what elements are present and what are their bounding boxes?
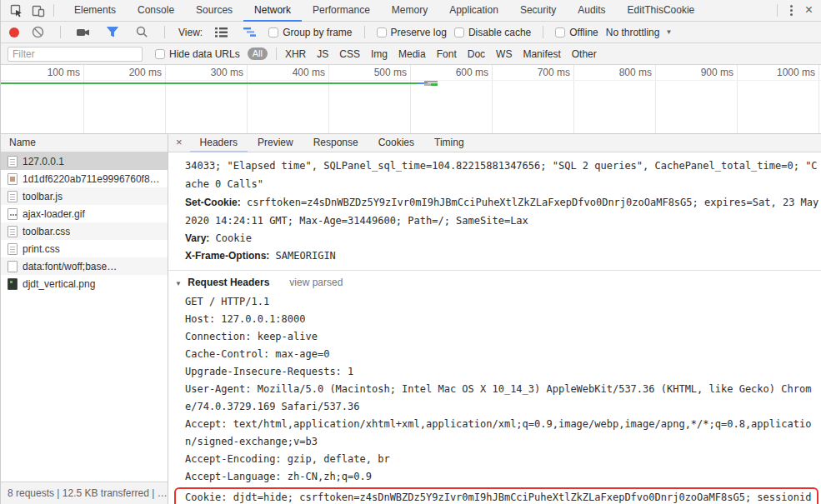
request-raw-line: Accept-Language: zh-CN,zh;q=0.9 (185, 468, 821, 486)
tab-sources[interactable]: Sources (185, 0, 243, 22)
header-name: X-Frame-Options: (185, 250, 269, 262)
triangle-down-icon: ▼ (175, 280, 182, 287)
panel-tabs: Elements Console Sources Network Perform… (63, 0, 705, 21)
details-tabbar: × Headers Preview Response Cookies Timin… (168, 134, 821, 152)
filter-type-xhr[interactable]: XHR (285, 48, 306, 60)
filter-type-other[interactable]: Other (572, 48, 597, 60)
tab-headers[interactable]: Headers (190, 134, 248, 152)
tab-preview[interactable]: Preview (248, 134, 303, 152)
checkbox[interactable] (454, 27, 464, 37)
preserve-log-checkbox[interactable]: Preserve log (377, 27, 447, 38)
filter-type-doc[interactable]: Doc (468, 48, 485, 60)
request-row[interactable]: djdt_vertical.png (1, 275, 168, 292)
filter-type-ws[interactable]: WS (496, 48, 512, 60)
divider (543, 26, 543, 38)
request-row[interactable]: toolbar.js (1, 187, 168, 205)
close-details-icon[interactable]: × (168, 136, 190, 150)
tab-memory[interactable]: Memory (381, 0, 438, 22)
timeline-tick: 700 ms (492, 67, 570, 78)
request-raw-line: GET / HTTP/1.1 (185, 293, 821, 311)
chevron-down-icon: ▼ (665, 28, 672, 36)
cookie-highlight-box: Cookie: djdt=hide; csrftoken=z4sDnWBZDz5… (174, 487, 818, 504)
tick-baseline (1, 80, 821, 81)
tab-security[interactable]: Security (509, 0, 567, 22)
timeline-tick: 900 ms (655, 67, 733, 78)
request-row[interactable]: print.css (1, 240, 168, 257)
divider (364, 26, 365, 38)
request-name: print.css (23, 243, 60, 255)
more-options-icon[interactable] (782, 2, 800, 20)
checkbox[interactable] (377, 27, 387, 37)
timeline-tick: 300 ms (165, 67, 243, 78)
tab-console[interactable]: Console (127, 0, 185, 22)
request-name: data:font/woff;base… (23, 261, 117, 272)
device-toolbar-icon[interactable] (28, 1, 49, 21)
screenshot-icon[interactable] (73, 22, 94, 42)
filter-type-font[interactable]: Font (437, 48, 457, 60)
response-header-overflow: 34033; "Elapsed time", SQLPanel_sql_time… (185, 157, 821, 193)
disable-cache-checkbox[interactable]: Disable cache (454, 27, 531, 38)
tab-network[interactable]: Network (243, 0, 302, 22)
close-icon[interactable]: × (800, 2, 821, 19)
divider (276, 47, 277, 60)
response-header-x-frame-options: X-Frame-Options: SAMEORIGIN (185, 247, 821, 265)
hide-data-urls-checkbox[interactable]: Hide data URLs (155, 48, 240, 60)
waterfall-view-icon[interactable] (239, 22, 261, 42)
document-icon (8, 156, 18, 167)
request-row[interactable]: 127.0.0.1 (1, 152, 168, 170)
network-overview[interactable]: 100 ms 200 ms 300 ms 400 ms 500 ms 600 m… (1, 65, 821, 134)
request-raw-line: Accept: text/html,application/xhtml+xml,… (185, 416, 821, 451)
name-column-header[interactable]: Name (1, 134, 168, 152)
checkbox[interactable] (555, 27, 565, 37)
divider (164, 26, 165, 38)
filter-type-js[interactable]: JS (317, 48, 328, 60)
request-row[interactable]: ajax-loader.gif (1, 205, 168, 222)
request-row[interactable]: data:font/woff;base… (1, 257, 168, 275)
clear-icon[interactable] (27, 22, 48, 42)
offline-checkbox[interactable]: Offline (555, 27, 598, 38)
tab-elements[interactable]: Elements (63, 0, 127, 22)
view-label: View: (178, 27, 203, 38)
filter-type-manifest[interactable]: Manifest (523, 48, 560, 60)
view-parsed-link[interactable]: view parsed (289, 277, 343, 288)
throttling-select[interactable]: No throttling ▼ (606, 27, 673, 38)
inspect-cursor-icon[interactable] (6, 1, 28, 21)
search-icon[interactable] (131, 22, 153, 42)
group-by-frame-checkbox[interactable]: Group by frame (268, 27, 352, 38)
filter-type-img[interactable]: Img (371, 48, 388, 60)
tab-performance[interactable]: Performance (302, 0, 381, 22)
header-name: Vary: (185, 232, 209, 244)
tab-editthiscookie[interactable]: EditThisCookie (617, 0, 706, 22)
group-by-frame-label: Group by frame (283, 27, 352, 38)
request-raw-line: Cache-Control: max-age=0 (185, 346, 821, 363)
request-row[interactable]: toolbar.css (1, 222, 168, 240)
tab-application[interactable]: Application (438, 0, 509, 22)
overview-progress-line (1, 82, 418, 84)
request-raw-line: Accept-Encoding: gzip, deflate, br (185, 451, 821, 468)
divider (60, 26, 61, 38)
timeline-tick: 1000 ms (737, 67, 815, 78)
timeline-tick: 500 ms (328, 67, 407, 78)
tab-cookies[interactable]: Cookies (368, 134, 424, 152)
tab-audits[interactable]: Audits (567, 0, 616, 22)
filter-type-css[interactable]: CSS (339, 48, 360, 60)
timeline-tick: 200 ms (83, 67, 162, 78)
headers-content[interactable]: 34033; "Elapsed time", SQLPanel_sql_time… (168, 152, 821, 504)
filter-input[interactable] (8, 47, 143, 62)
header-value: SAMEORIGIN (276, 250, 336, 262)
request-headers-section[interactable]: ▼ Request Headers view parsed (175, 271, 821, 293)
filter-type-media[interactable]: Media (398, 48, 426, 60)
record-icon[interactable] (9, 27, 19, 37)
request-raw-line: Host: 127.0.0.1:8000 (185, 311, 821, 328)
timeline-tick: 600 ms (410, 67, 488, 78)
list-view-icon[interactable] (210, 22, 232, 42)
request-raw-line: Upgrade-Insecure-Requests: 1 (185, 363, 821, 381)
filter-icon[interactable] (102, 22, 123, 42)
checkbox[interactable] (268, 27, 278, 37)
request-row[interactable]: 1d1df6220ab711e9996760f8… (1, 170, 168, 187)
tab-response[interactable]: Response (303, 134, 368, 152)
checkbox[interactable] (155, 49, 165, 59)
tab-timing[interactable]: Timing (424, 134, 474, 152)
document-icon (8, 226, 18, 237)
filter-type-all[interactable]: All (248, 47, 268, 60)
